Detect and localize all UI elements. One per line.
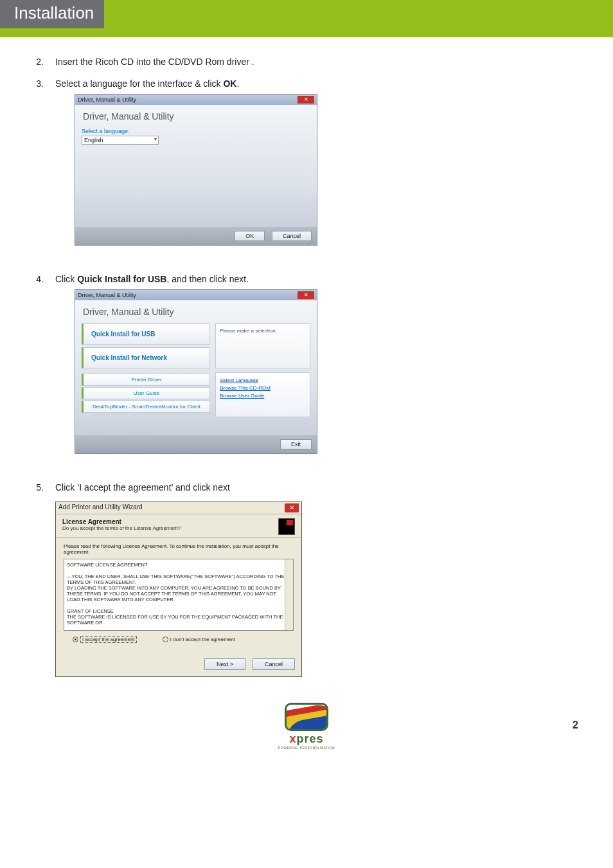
logo-tagline: POWERING PERSONALISATION	[278, 746, 335, 750]
dialog-heading: Driver, Manual & Utility	[82, 110, 310, 128]
step-text: Click ‘I accept the agreement’ and click…	[55, 482, 377, 677]
titlebar: Driver, Manual & Utility ✕	[75, 290, 317, 300]
step-number: 2.	[35, 57, 44, 67]
browse-user-guide-link[interactable]: Browse User Guide	[220, 392, 306, 400]
accept-radio[interactable]: I accept the agreement	[73, 636, 137, 643]
page-title: Installation	[0, 0, 104, 28]
step-text: Click Quick Install for USB, and then cl…	[55, 274, 377, 471]
step-5: 5. Click ‘I accept the agreement’ and cl…	[35, 482, 377, 677]
page-footer: xpres POWERING PERSONALISATION 2	[0, 703, 613, 761]
license-heading: License Agreement	[62, 518, 181, 525]
license-intro: Please read the following License Agreem…	[64, 543, 294, 555]
quick-install-usb-button[interactable]: Quick Install for USB	[82, 323, 210, 345]
decline-radio[interactable]: I don't accept the agreement	[163, 637, 235, 642]
eula-textarea[interactable]: SOFTWARE LICENSE AGREEMENT —YOU, THE END…	[64, 559, 294, 631]
language-label: Select a language.	[82, 128, 310, 134]
content: 2. Insert the Ricoh CD into the CD/DVD R…	[0, 57, 411, 677]
brand-logo: xpres POWERING PERSONALISATION	[278, 703, 335, 750]
dialog-language: Driver, Manual & Utility ✕ Driver, Manua…	[75, 94, 317, 246]
step-3: 3. Select a language for the interface &…	[35, 78, 377, 262]
page-banner: Installation	[0, 0, 613, 37]
license-subheading: Do you accept the terms of the License A…	[62, 525, 181, 531]
window-title: Driver, Manual & Utility	[78, 96, 136, 103]
user-guide-button[interactable]: User Guide	[82, 387, 210, 399]
language-select[interactable]: English	[82, 136, 159, 145]
logo-icon	[285, 703, 328, 731]
hint-panel: Please make a selection.	[215, 323, 310, 368]
logo-text-rest: pres	[296, 732, 323, 745]
step-number: 5.	[35, 482, 44, 677]
window-title: Driver, Manual & Utility	[78, 292, 136, 298]
wizard-icon	[278, 518, 295, 535]
step-number: 3.	[35, 78, 44, 262]
step-text: Select a language for the interface & cl…	[55, 78, 377, 262]
titlebar: Add Printer and Utility Wizard ✕	[56, 502, 301, 514]
printer-driver-button[interactable]: Printer Driver	[82, 374, 210, 386]
step-text: Insert the Ricoh CD into the CD/DVD Rom …	[55, 57, 377, 67]
dialog-heading: Driver, Manual & Utility	[82, 305, 310, 323]
step-number: 4.	[35, 274, 44, 471]
dialog-install-type: Driver, Manual & Utility ✕ Driver, Manua…	[75, 289, 317, 454]
select-language-link[interactable]: Select Language	[220, 377, 306, 384]
page-number: 2	[573, 719, 578, 731]
window-title: Add Printer and Utility Wizard	[58, 503, 143, 512]
titlebar: Driver, Manual & Utility ✕	[75, 95, 317, 105]
logo-text-x: x	[289, 732, 296, 745]
cancel-button[interactable]: Cancel	[272, 231, 312, 241]
dialog-license: Add Printer and Utility Wizard ✕ License…	[55, 502, 302, 677]
browse-cdrom-link[interactable]: Browse This CD-ROM	[220, 384, 306, 392]
close-icon[interactable]: ✕	[298, 291, 314, 299]
quick-install-network-button[interactable]: Quick Install for Network	[82, 347, 210, 368]
ok-button[interactable]: OK	[235, 231, 265, 241]
exit-button[interactable]: Exit	[280, 439, 312, 449]
cancel-button[interactable]: Cancel	[253, 658, 295, 670]
links-panel: Select Language Browse This CD-ROM Brows…	[215, 372, 310, 417]
desktopbinder-button[interactable]: DeskTopBinder - SmartDeviceMonitor for C…	[82, 401, 210, 413]
close-icon[interactable]: ✕	[298, 96, 314, 104]
close-icon[interactable]: ✕	[285, 503, 299, 512]
step-2: 2. Insert the Ricoh CD into the CD/DVD R…	[35, 57, 377, 67]
next-button[interactable]: Next >	[204, 658, 245, 670]
step-4: 4. Click Quick Install for USB, and then…	[35, 274, 377, 471]
radio-icon	[163, 637, 168, 642]
radio-icon	[73, 637, 78, 642]
